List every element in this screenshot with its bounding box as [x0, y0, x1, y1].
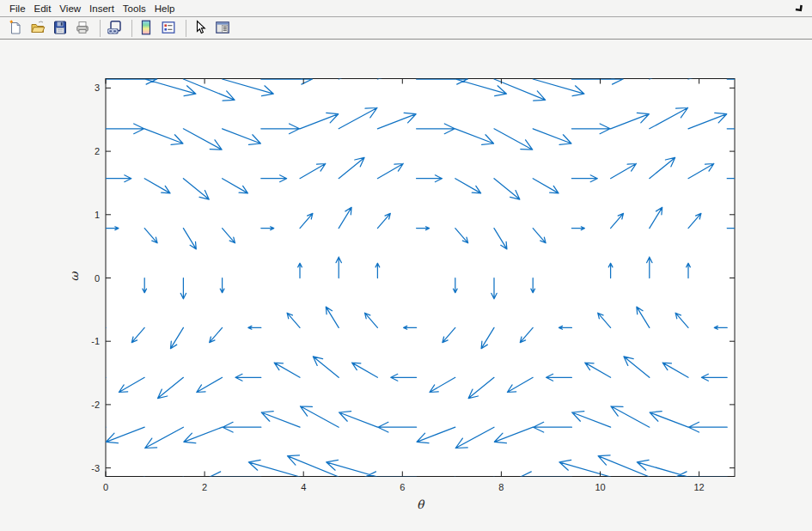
insert-legend-button[interactable]: [159, 19, 178, 38]
y-tick-label: 3: [95, 82, 100, 93]
link-plot-button[interactable]: [105, 19, 124, 38]
edit-plot-button[interactable]: [191, 19, 210, 38]
menu-item-edit[interactable]: Edit: [30, 0, 56, 17]
menu-item-insert[interactable]: Insert: [85, 0, 119, 17]
y-tick-label: -2: [91, 400, 100, 410]
menu-item-help[interactable]: Help: [150, 0, 180, 17]
colorbar-icon: [138, 20, 154, 38]
figure-canvas: 024681012-3-2-10123 θ ω: [0, 40, 812, 531]
y-tick-label: 0: [95, 273, 100, 284]
toolbar-separator: [100, 20, 101, 37]
y-tick-label: 1: [95, 210, 100, 220]
print-figure-button[interactable]: [73, 19, 92, 38]
figure-toolbar: [0, 18, 812, 40]
figure-window: { "menu": { "items": ["File","Edit","Vie…: [0, 0, 812, 531]
y-tick-label: -3: [91, 463, 100, 473]
x-tick-label: 0: [103, 482, 108, 492]
x-tick-label: 6: [400, 482, 405, 492]
quiver-plot: 024681012-3-2-10123: [0, 40, 812, 531]
new-document-icon: [8, 20, 23, 38]
new-figure-button[interactable]: [6, 19, 25, 38]
menu-bar: FileEditViewInsertToolsHelp: [0, 0, 812, 17]
plot-tools-icon: [215, 20, 230, 38]
x-tick-label: 4: [301, 482, 306, 492]
x-tick-label: 8: [498, 482, 504, 492]
y-tick-label: -1: [91, 336, 100, 346]
insert-colorbar-button[interactable]: [137, 19, 156, 38]
menu-item-view[interactable]: View: [55, 0, 85, 17]
y-tick-label: 2: [95, 146, 100, 156]
toolbar-separator: [186, 20, 186, 37]
open-folder-icon: [30, 20, 46, 38]
legend-icon: [161, 20, 176, 38]
x-tick-label: 12: [693, 482, 704, 492]
x-tick-label: 2: [202, 482, 207, 492]
se-arrow-cursor-icon: [791, 2, 807, 14]
menu-item-file[interactable]: File: [5, 0, 30, 17]
save-icon: [52, 20, 68, 38]
x-tick-label: 10: [595, 482, 605, 492]
y-axis-label: ω: [67, 272, 81, 281]
pointer-icon: [192, 20, 208, 38]
link-plot-icon: [107, 20, 122, 38]
print-icon: [75, 20, 90, 38]
x-axis-label: θ: [417, 497, 424, 511]
show-plot-tools-button[interactable]: [213, 19, 232, 38]
menu-item-tools[interactable]: Tools: [119, 0, 150, 17]
toolbar-separator: [131, 20, 132, 37]
open-file-button[interactable]: [28, 19, 47, 38]
save-figure-button[interactable]: [51, 19, 70, 38]
